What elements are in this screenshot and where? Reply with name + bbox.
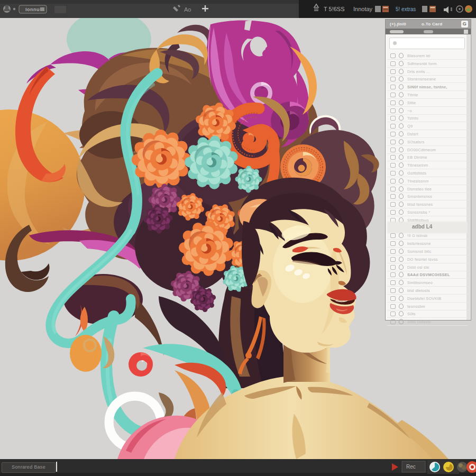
svg-text:Rec: Rec <box>406 464 416 470</box>
svg-text:Innotay: Innotay <box>353 6 373 12</box>
svg-text:Ao: Ao <box>184 6 191 13</box>
svg-text:5! extras: 5! extras <box>396 6 416 12</box>
svg-text:Ionnus: Ionnus <box>25 7 43 12</box>
svg-text:T 5!6SS: T 5!6SS <box>324 6 345 12</box>
